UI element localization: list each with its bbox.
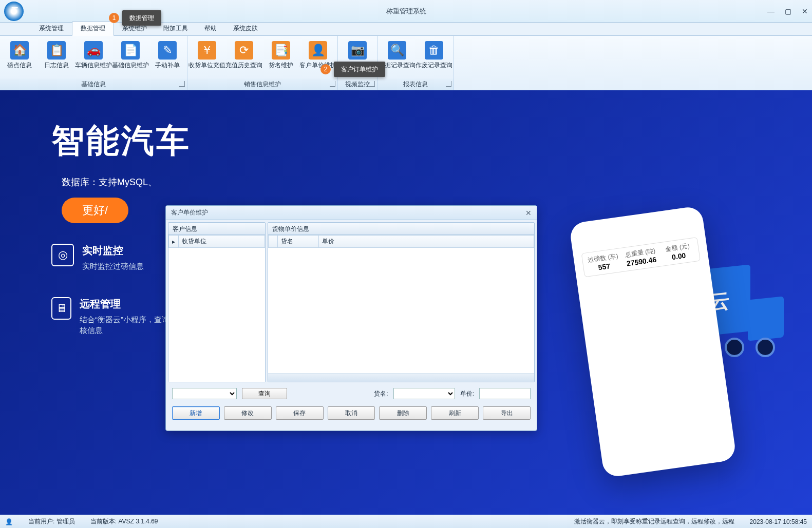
action-导出[interactable]: 导出	[483, 406, 531, 420]
phone-stat: 金额 (元)0.00	[660, 241, 696, 263]
ribbon-button[interactable]: 📑货名维护	[262, 38, 299, 76]
callout-badge-1: 1	[109, 13, 119, 23]
goods-price-list[interactable]	[268, 248, 534, 374]
callout-2: 2 客户订单维护	[334, 62, 385, 77]
menu-1[interactable]: 数据管理	[72, 21, 114, 36]
callout-1: 1 数据管理	[122, 10, 161, 26]
ribbon-icon: ✎	[158, 41, 177, 60]
user-icon: 👤	[5, 518, 13, 525]
ribbon-icon: 📑	[272, 41, 290, 60]
ribbon-button-label: 手动补单	[155, 62, 180, 69]
customer-panel: 客户信息 ▸ 收货单位	[168, 222, 266, 382]
ribbon-button-label: 货名维护	[269, 62, 293, 69]
ribbon-group: ￥收货单位充值⟳充值历史查询📑货名维护👤客户单价维护销售信息维护	[187, 36, 338, 90]
ribbon-button[interactable]: 🏠磅点信息	[1, 38, 38, 76]
col-unit-price[interactable]: 单价	[319, 236, 534, 248]
ribbon-icon: 🚗	[84, 41, 103, 60]
wheel-icon	[756, 338, 775, 357]
action-删除[interactable]: 删除	[379, 406, 427, 420]
phone-stat: 过磅数 (车)557	[586, 251, 622, 273]
menu-0[interactable]: 系统管理	[31, 22, 72, 35]
feature-icon: ◎	[51, 244, 74, 266]
action-修改[interactable]: 修改	[224, 406, 272, 420]
action-刷新[interactable]: 刷新	[431, 406, 479, 420]
callout-badge-2: 2	[320, 64, 331, 74]
dialog-close-icon[interactable]: ✕	[525, 209, 532, 217]
action-保存[interactable]: 保存	[276, 406, 324, 420]
app-title: 称重管理系统	[386, 7, 426, 16]
phone-illustration: 衡器云 过磅数 (车)557总重量 (吨)27590.46金额 (元)0.00	[524, 111, 791, 470]
ribbon-icon: 👤	[309, 41, 327, 60]
version-label: 当前版本:	[90, 518, 117, 525]
maximize-icon[interactable]: ▢	[785, 7, 791, 15]
ribbon-button[interactable]: ￥收货单位充值	[188, 38, 225, 76]
ribbon-button-label: 日志信息	[44, 62, 69, 69]
ribbon-button[interactable]: 🚗车辆信息维护	[75, 38, 112, 76]
unit-price-input[interactable]	[479, 388, 531, 399]
dialog-title-bar[interactable]: 客户单价维护 ✕	[166, 206, 537, 220]
menu-5[interactable]: 系统皮肤	[225, 22, 266, 35]
unit-price-label: 单价:	[460, 389, 474, 398]
user-value: 管理员	[56, 518, 75, 525]
ribbon-button-label: 基础信息维护	[112, 62, 149, 69]
phone-stat: 总重量 (吨)27590.46	[622, 246, 659, 268]
version-value: AVSZ 3.1.4.69	[118, 518, 158, 525]
ribbon-group: 🏠磅点信息📋日志信息🚗车辆信息维护📄基础信息维护✎手动补单基础信息	[0, 36, 187, 90]
horizontal-scrollbar[interactable]	[268, 374, 534, 382]
customer-panel-header: 客户信息	[168, 223, 265, 235]
status-bar: 👤 当前用户: 管理员 当前版本: AVSZ 3.1.4.69 激活衡器云，即刻…	[0, 515, 812, 528]
ribbon-group: 🔍数据记录查询🗑作废记录查询报表信息	[377, 36, 454, 90]
ribbon-icon: 🔍	[388, 41, 406, 60]
callout-2-text: 客户订单维护	[341, 66, 378, 73]
query-button[interactable]: 查询	[242, 388, 287, 399]
ribbon-icon: 🏠	[10, 41, 29, 60]
col-goods-name[interactable]: 货名	[278, 236, 319, 248]
ribbon-group-label: 报表信息	[377, 79, 454, 90]
close-icon[interactable]: ✕	[802, 7, 808, 15]
ribbon-button[interactable]: ✎手动补单	[149, 38, 186, 76]
goods-name-label: 货名:	[374, 389, 388, 398]
ribbon-button[interactable]: ⟳充值历史查询	[225, 38, 262, 76]
customer-list[interactable]	[168, 248, 265, 382]
dialog-filter-row: 查询 货名: 单价:	[166, 384, 537, 403]
row-indicator-col	[269, 236, 278, 248]
feature-icon: 🖥	[51, 297, 71, 320]
phone-mockup: 过磅数 (车)557总重量 (吨)27590.46金额 (元)0.00	[569, 205, 737, 478]
ribbon-icon: 📄	[121, 41, 140, 60]
ribbon-button-label: 收货单位充值	[188, 62, 225, 69]
ribbon-button[interactable]: 📋日志信息	[38, 38, 75, 76]
ribbon-icon: 📋	[47, 41, 66, 60]
content-area: 智能汽车 数据库：支持MySQL、 更好/ ◎实时监控实时监控过磅信息⚙设备管理…	[0, 90, 812, 515]
goods-panel-header: 货物单价信息	[268, 223, 534, 235]
ribbon-button[interactable]: 🗑作废记录查询	[416, 38, 452, 76]
wheel-icon	[725, 338, 744, 357]
truck-cab	[748, 296, 784, 341]
ribbon-button[interactable]: 📄基础信息维护	[112, 38, 149, 76]
goods-price-panel: 货物单价信息 货名 单价	[268, 222, 535, 382]
ribbon-button-label: 磅点信息	[7, 62, 32, 69]
ribbon-group-label: 视频监控	[338, 79, 377, 90]
menu-3[interactable]: 附加工具	[155, 22, 196, 35]
customer-price-dialog: 客户单价维护 ✕ 客户信息 ▸ 收货单位 货物单价信息 货名 单价	[165, 205, 537, 431]
ribbon: 🏠磅点信息📋日志信息🚗车辆信息维护📄基础信息维护✎手动补单基础信息￥收货单位充值…	[0, 36, 812, 90]
feature-desc: 实时监控过磅信息	[82, 261, 144, 271]
goods-name-select[interactable]	[393, 388, 455, 399]
ribbon-group-label: 基础信息	[0, 79, 187, 90]
ribbon-button-label: 充值历史查询	[225, 62, 262, 69]
action-新增[interactable]: 新增	[172, 406, 220, 420]
dialog-actions: 新增修改保存取消删除刷新导出	[166, 403, 537, 423]
minimize-icon[interactable]: —	[767, 7, 775, 15]
ribbon-icon: 📷	[348, 41, 367, 60]
menu-4[interactable]: 帮助	[196, 22, 225, 35]
ribbon-icon: ￥	[198, 41, 216, 60]
action-取消[interactable]: 取消	[328, 406, 375, 420]
ribbon-icon: ⟳	[235, 41, 253, 60]
callout-1-text: 数据管理	[129, 14, 154, 22]
col-receiving-unit[interactable]: 收货单位	[179, 236, 265, 248]
ribbon-button-label: 作废记录查询	[416, 62, 452, 69]
phone-stats-card: 过磅数 (车)557总重量 (吨)27590.46金额 (元)0.00	[581, 237, 701, 277]
row-indicator-col: ▸	[169, 236, 179, 248]
filter-select[interactable]	[172, 388, 237, 399]
ribbon-button[interactable]: 👤客户单价维护	[299, 38, 336, 76]
promo-button[interactable]: 更好/	[62, 198, 128, 223]
